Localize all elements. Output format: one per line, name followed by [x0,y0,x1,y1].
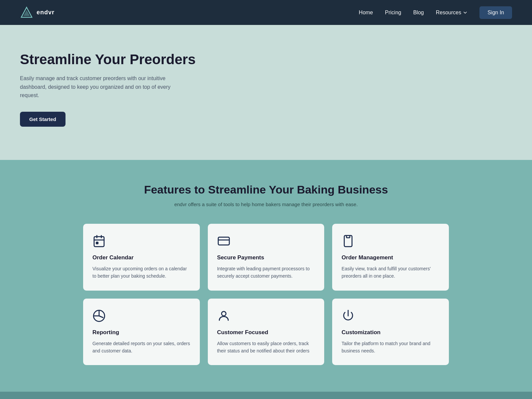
footer-strip [0,392,532,399]
calendar-icon [92,234,191,254]
svg-rect-6 [96,242,98,244]
svg-rect-7 [218,237,229,245]
feature-desc-secure-payments: Integrate with leading payment processor… [217,265,315,280]
svg-point-11 [221,311,226,316]
feature-title-customization: Customization [341,329,440,336]
nav-links: Home Pricing Blog Resources Sign In [359,6,512,19]
chevron-down-icon [463,10,467,15]
feature-title-order-calendar: Order Calendar [92,254,191,261]
logo-icon [20,6,33,19]
navbar: endvr Home Pricing Blog Resources Sign I… [0,0,532,25]
signin-button[interactable]: Sign In [479,6,512,19]
features-title: Features to Streamline Your Baking Busin… [20,183,512,196]
hero-section: Streamline Your Preorders Easily manage … [0,25,532,160]
hero-title: Streamline Your Preorders [20,52,219,67]
features-section: Features to Streamline Your Baking Busin… [0,160,532,392]
nav-blog[interactable]: Blog [413,10,424,16]
nav-resources[interactable]: Resources [436,10,467,16]
nav-home[interactable]: Home [359,10,373,16]
feature-desc-customer-focused: Allow customers to easily place orders, … [217,340,315,355]
feature-card-order-calendar: Order Calendar Visualize your upcoming o… [83,224,200,291]
feature-card-secure-payments: Secure Payments Integrate with leading p… [208,224,325,291]
feature-desc-customization: Tailor the platform to match your brand … [341,340,440,355]
feature-desc-order-calendar: Visualize your upcoming orders on a cale… [92,265,191,280]
nav-pricing[interactable]: Pricing [385,10,401,16]
feature-title-customer-focused: Customer Focused [217,329,315,336]
clipboard-icon [341,234,440,254]
feature-title-order-management: Order Management [341,254,440,261]
feature-desc-reporting: Generate detailed reports on your sales,… [92,340,191,355]
power-icon [341,309,440,329]
feature-card-customization: Customization Tailor the platform to mat… [332,299,449,365]
feature-title-reporting: Reporting [92,329,191,336]
logo[interactable]: endvr [20,6,55,19]
svg-rect-9 [346,235,350,238]
features-grid: Order Calendar Visualize your upcoming o… [83,224,449,365]
chart-icon [92,309,191,329]
svg-rect-2 [94,236,104,246]
credit-card-icon [217,234,315,254]
user-icon [217,309,315,329]
feature-title-secure-payments: Secure Payments [217,254,315,261]
features-header: Features to Streamline Your Baking Busin… [20,183,512,207]
feature-card-order-management: Order Management Easily view, track and … [332,224,449,291]
hero-subtitle: Easily manage and track customer preorde… [20,74,186,100]
feature-card-reporting: Reporting Generate detailed reports on y… [83,299,200,365]
feature-card-customer-focused: Customer Focused Allow customers to easi… [208,299,325,365]
feature-desc-order-management: Easily view, track and fulfill your cust… [341,265,440,280]
features-subtitle: endvr offers a suite of tools to help ho… [20,201,512,207]
get-started-button[interactable]: Get Started [20,112,66,127]
